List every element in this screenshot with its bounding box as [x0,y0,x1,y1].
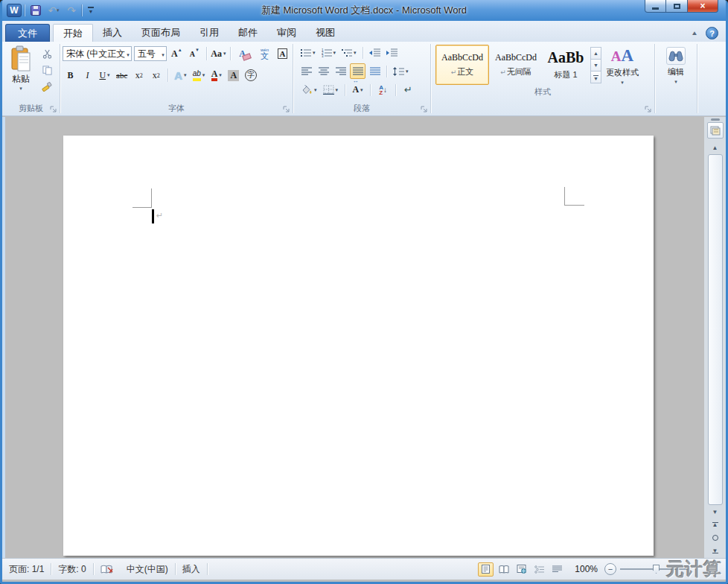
document-page[interactable]: ↵ [63,136,654,556]
view-print-layout-button[interactable] [478,562,494,577]
style-no-spacing[interactable]: AaBbCcDd ↵无间隔 [489,45,543,85]
zoom-out-button[interactable]: − [604,563,616,575]
distribute-button[interactable] [367,63,383,79]
view-fullscreen-reading-button[interactable] [496,562,511,577]
gallery-up-button[interactable]: ▲ [590,47,601,60]
enclose-characters-button[interactable]: 字 [243,68,259,83]
decrease-indent-button[interactable] [367,45,383,60]
change-styles-button[interactable]: AA 更改样式 ▾ [603,45,642,86]
maximize-button[interactable] [666,0,687,13]
view-web-layout-button[interactable] [514,562,529,577]
text-effects-button[interactable]: A [172,68,188,83]
highlight-button[interactable]: ab [191,68,208,83]
paste-button[interactable]: 粘贴 ▾ [4,44,37,102]
margin-mark-topright [564,187,565,206]
language-status[interactable]: 中文(中国) [120,559,175,580]
change-case-button[interactable]: Aa [211,46,227,62]
character-border-button[interactable]: A [275,46,290,62]
style-normal[interactable]: AaBbCcDd ↵正文 [435,45,489,85]
cut-button[interactable] [39,46,55,61]
ruler-toggle-button[interactable] [707,122,724,139]
previous-page-button[interactable]: ▲ [707,518,724,531]
font-size-value: 五号 [138,48,156,60]
binoculars-box [666,47,686,65]
asian-layout-button[interactable]: A [350,82,365,98]
view-draft-button[interactable] [549,562,565,577]
font-name-value: 宋体 (中文正文 [66,48,125,60]
shrink-font-icon: A [190,50,195,58]
editing-group-spacer [655,102,697,115]
tab-review[interactable]: 审阅 [267,24,306,42]
show-marks-button[interactable]: ↵ [400,82,416,98]
align-right-button[interactable] [333,63,348,79]
sort-button[interactable]: AZ ↓ [375,82,391,98]
tab-home[interactable]: 开始 [53,24,93,42]
font-dialog-launcher[interactable] [283,106,290,113]
clear-formatting-button[interactable]: A [234,46,250,62]
clipboard-dialog-launcher[interactable] [50,106,57,113]
separator [345,84,345,96]
tab-mailings[interactable]: 邮件 [229,24,267,42]
collapse-ribbon-icon[interactable]: ▲ [691,30,698,36]
up-double-arrow-icon: ▲ [712,523,718,527]
tab-file[interactable]: 文件 [5,24,50,42]
italic-button[interactable]: I [80,68,95,83]
font-group: 宋体 (中文正文 五号 A▲ A▼ Aa A wén文 [60,42,293,115]
word-count[interactable]: 字数: 0 [51,559,92,580]
strikethrough-button[interactable]: abc [114,68,130,83]
font-color-button[interactable]: A [208,68,224,83]
select-browse-object-button[interactable] [707,531,724,545]
tab-view[interactable]: 视图 [306,24,345,42]
proofing-status[interactable] [94,559,120,580]
styles-dialog-launcher[interactable] [645,106,652,113]
gallery-down-button[interactable]: ▼ [590,59,601,72]
insert-mode[interactable]: 插入 [176,559,207,580]
superscript-button[interactable]: x2 [148,68,164,83]
multilevel-list-button[interactable] [339,45,359,60]
scroll-down-button[interactable]: ▼ [707,506,724,518]
underline-button[interactable]: U [97,68,112,83]
zoom-level[interactable]: 100% [575,564,598,574]
scroll-up-button[interactable]: ▲ [707,142,724,153]
zoom-slider-handle[interactable] [653,565,660,574]
bullets-button[interactable] [298,45,318,60]
close-button[interactable]: × [687,0,718,13]
line-spacing-button[interactable] [391,63,411,79]
split-handle[interactable] [711,118,720,121]
paragraph-dialog-launcher[interactable] [421,106,428,113]
align-center-button[interactable] [316,63,331,79]
scrollbar-thumb[interactable] [708,154,723,505]
format-painter-button[interactable] [39,79,55,94]
change-styles-label: 更改样式 [606,67,639,78]
borders-button[interactable] [321,82,341,98]
shading-button[interactable] [298,82,319,98]
editing-button[interactable]: 编辑 ▾ [657,44,695,102]
align-left-button[interactable] [298,63,314,79]
maximize-icon [674,4,680,9]
view-outline-button[interactable] [531,562,547,577]
justify-icon [353,67,363,75]
font-size-combo[interactable]: 五号 [134,46,167,61]
page-count[interactable]: 页面: 1/1 [2,559,51,580]
character-shading-button[interactable]: A [226,68,241,83]
increase-indent-button[interactable] [384,45,400,60]
phonetic-guide-button[interactable]: wén文 [257,46,272,62]
justify-button[interactable] [350,63,365,79]
align-left-icon [301,67,312,75]
style-heading1[interactable]: AaBb 标题 1 [543,45,589,85]
next-page-button[interactable]: ▼ [707,545,724,558]
font-name-combo[interactable]: 宋体 (中文正文 [63,46,132,61]
tab-references[interactable]: 引用 [190,24,229,42]
help-button[interactable]: ? [706,27,718,39]
gallery-more-button[interactable]: ▼ [590,71,601,83]
grow-font-button[interactable]: A▲ [169,46,185,62]
chevron-down-icon: ▾ [621,80,624,86]
minimize-button[interactable] [645,0,666,13]
tab-insert[interactable]: 插入 [93,24,132,42]
subscript-button[interactable]: x2 [131,68,147,83]
copy-button[interactable] [39,63,55,77]
shrink-font-button[interactable]: A▼ [187,46,202,62]
numbering-button[interactable]: 123 [319,45,339,60]
bold-button[interactable]: B [63,68,78,83]
tab-page-layout[interactable]: 页面布局 [132,24,190,42]
